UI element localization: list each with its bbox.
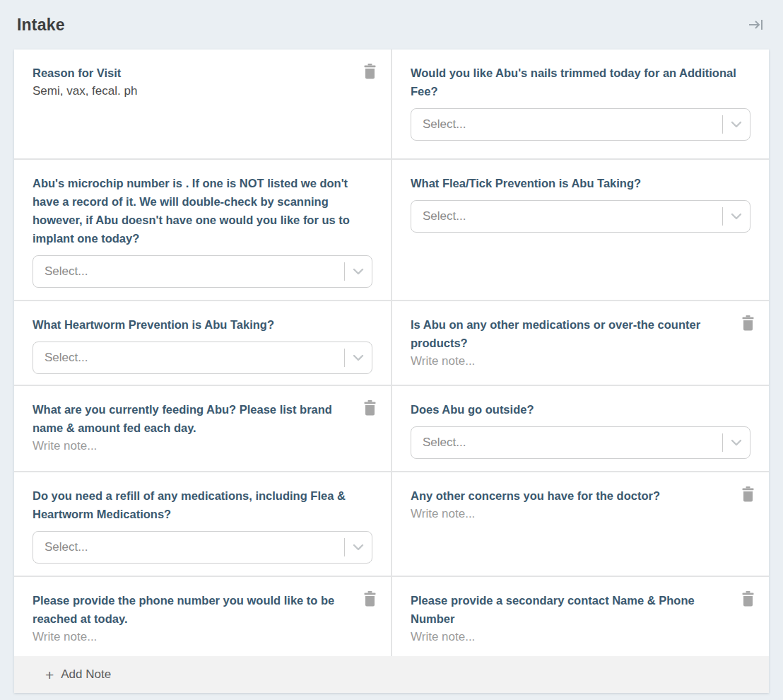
question-card: Would you like Abu's nails trimmed today… [392, 49, 769, 158]
answer-text[interactable]: Semi, vax, fecal. ph [33, 82, 372, 100]
chevron-down-icon [723, 121, 750, 128]
trash-icon [741, 598, 755, 609]
plus-icon: + [45, 667, 54, 682]
answer-select[interactable]: Select... [33, 342, 372, 374]
note-input[interactable]: Write note... [33, 437, 372, 455]
question-label: Is Abu on any other medications or over-… [411, 315, 750, 352]
intake-panel: Intake Reason for VisitSemi, vax, fecal.… [0, 0, 783, 693]
trash-icon [741, 494, 755, 504]
question-label: Does Abu go outside? [411, 400, 750, 419]
answer-select[interactable]: Select... [33, 531, 372, 564]
select-value: Select... [33, 351, 344, 365]
add-note-label: Add Note [61, 667, 111, 682]
question-label: Would you like Abu's nails trimmed today… [411, 64, 750, 100]
question-label: What are you currently feeding Abu? Plea… [33, 400, 372, 437]
chevron-down-icon [345, 354, 372, 361]
question-label: Reason for Visit [33, 64, 372, 82]
question-label: Please provide the phone number you woul… [33, 591, 372, 628]
add-note-button[interactable]: + Add Note [14, 656, 769, 693]
delete-question-button[interactable] [362, 399, 378, 417]
answer-select[interactable]: Select... [411, 108, 750, 141]
select-value: Select... [33, 264, 344, 279]
trash-icon [363, 71, 377, 81]
question-card: Does Abu go outside?Select... [392, 386, 769, 471]
question-card: Please provide a secondary contact Name … [392, 577, 769, 656]
question-card: What Heartworm Prevention is Abu Taking?… [14, 301, 391, 385]
note-input[interactable]: Write note... [411, 352, 750, 371]
question-card: Abu's microchip number is . If one is NO… [14, 160, 391, 300]
arrow-to-bar-icon [746, 25, 765, 36]
question-card: What are you currently feeding Abu? Plea… [14, 386, 391, 471]
note-input[interactable]: Write note... [411, 505, 750, 523]
note-input[interactable]: Write note... [33, 628, 372, 646]
chevron-down-icon [723, 213, 750, 220]
select-value: Select... [411, 436, 722, 450]
question-label: Abu's microchip number is . If one is NO… [33, 174, 372, 247]
answer-select[interactable]: Select... [33, 255, 372, 288]
question-card: Do you need a refill of any medications,… [14, 472, 391, 576]
question-label: What Heartworm Prevention is Abu Taking? [33, 315, 372, 334]
delete-question-button[interactable] [740, 590, 756, 608]
answer-select[interactable]: Select... [411, 200, 750, 233]
note-input[interactable]: Write note... [411, 628, 750, 646]
question-card: Is Abu on any other medications or over-… [392, 301, 769, 385]
question-label: Do you need a refill of any medications,… [33, 486, 372, 523]
question-card: Any other concerns you have for the doct… [392, 472, 769, 576]
chevron-down-icon [345, 268, 372, 275]
questions-grid: Reason for VisitSemi, vax, fecal. phWoul… [14, 49, 769, 656]
trash-icon [363, 598, 377, 609]
delete-question-button[interactable] [740, 485, 756, 503]
question-label: What Flea/Tick Prevention is Abu Taking? [411, 174, 750, 192]
delete-question-button[interactable] [362, 62, 378, 81]
panel-body: Reason for VisitSemi, vax, fecal. phWoul… [14, 49, 769, 693]
select-value: Select... [33, 540, 344, 554]
delete-question-button[interactable] [362, 590, 378, 608]
select-value: Select... [411, 117, 722, 132]
select-value: Select... [411, 209, 722, 223]
question-card: Please provide the phone number you woul… [14, 577, 391, 656]
question-label: Any other concerns you have for the doct… [411, 486, 750, 505]
panel-header: Intake [0, 0, 783, 49]
panel-title: Intake [17, 16, 65, 35]
chevron-down-icon [723, 439, 750, 446]
answer-select[interactable]: Select... [411, 426, 750, 459]
chevron-down-icon [345, 544, 372, 551]
trash-icon [363, 407, 377, 418]
question-card: What Flea/Tick Prevention is Abu Taking?… [392, 160, 769, 300]
collapse-panel-button[interactable] [745, 14, 766, 35]
question-card: Reason for VisitSemi, vax, fecal. ph [14, 49, 391, 158]
delete-question-button[interactable] [740, 314, 756, 332]
trash-icon [741, 322, 755, 333]
question-label: Please provide a secondary contact Name … [411, 591, 750, 628]
